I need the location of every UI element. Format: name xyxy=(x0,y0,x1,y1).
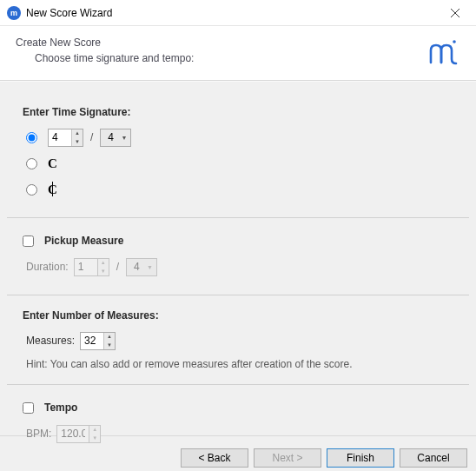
header-subtitle: Choose time signature and tempo: xyxy=(16,52,426,64)
svg-point-2 xyxy=(453,40,456,43)
time-signature-common-row: C xyxy=(26,153,453,174)
app-icon: m xyxy=(7,6,21,20)
spinner-up-icon[interactable]: ▲ xyxy=(104,333,115,342)
pickup-denominator-dropdown: 4 ▼ xyxy=(126,258,157,276)
title-bar: m New Score Wizard xyxy=(0,0,476,26)
tempo-checkbox[interactable] xyxy=(23,402,34,414)
spinner-up-icon: ▲ xyxy=(89,426,100,435)
pickup-measure-label: Pickup Measure xyxy=(44,235,123,247)
measures-panel: Enter Number of Measures: Measures: ▲▼ H… xyxy=(7,295,469,385)
measures-spinner[interactable]: ▲▼ xyxy=(80,332,116,350)
close-icon xyxy=(451,9,459,17)
header-title: Create New Score xyxy=(16,36,426,49)
measures-field-label: Measures: xyxy=(26,335,75,347)
pickup-measure-checkbox[interactable] xyxy=(23,236,34,247)
common-time-icon: C xyxy=(48,156,60,171)
time-signature-numerator-input[interactable] xyxy=(49,129,71,146)
bpm-input xyxy=(57,426,89,442)
next-button[interactable]: Next > xyxy=(254,448,321,468)
dropdown-value: 4 xyxy=(134,261,140,273)
pickup-duration-label: Duration: xyxy=(26,261,69,273)
musescore-logo-icon xyxy=(426,36,460,68)
slash-label: / xyxy=(115,261,121,273)
time-signature-custom-row: ▲▼ / 4 ▼ xyxy=(26,127,453,148)
spinner-down-icon: ▼ xyxy=(89,434,100,442)
window-title: New Score Wizard xyxy=(26,7,436,19)
tempo-label: Tempo xyxy=(44,401,77,414)
time-signature-cut-row: C xyxy=(26,179,453,200)
wizard-header: Create New Score Choose time signature a… xyxy=(0,26,476,81)
spinner-down-icon: ▼ xyxy=(98,267,109,275)
time-signature-denominator-dropdown[interactable]: 4 ▼ xyxy=(100,129,131,147)
measures-hint: Hint: You can also add or remove measure… xyxy=(26,358,453,370)
time-signature-common-radio[interactable] xyxy=(26,158,37,169)
spinner-down-icon[interactable]: ▼ xyxy=(104,341,115,349)
close-button[interactable] xyxy=(436,0,474,26)
pickup-panel: Pickup Measure Duration: ▲▼ / 4 ▼ xyxy=(7,218,469,295)
bpm-label: BPM: xyxy=(26,428,51,440)
dropdown-value: 4 xyxy=(108,131,114,143)
bpm-spinner: ▲▼ xyxy=(56,425,101,443)
measures-input[interactable] xyxy=(81,333,103,349)
spinner-up-icon[interactable]: ▲ xyxy=(72,129,83,138)
spinner-down-icon[interactable]: ▼ xyxy=(72,137,83,146)
time-signature-panel: Enter Time Signature: ▲▼ / 4 ▼ C C xyxy=(7,92,469,218)
back-button[interactable]: < Back xyxy=(181,448,248,468)
time-signature-label: Enter Time Signature: xyxy=(23,106,453,118)
chevron-down-icon: ▼ xyxy=(147,264,153,270)
cancel-button[interactable]: Cancel xyxy=(400,448,467,468)
time-signature-custom-radio[interactable] xyxy=(26,132,37,143)
time-signature-cut-radio[interactable] xyxy=(26,184,37,196)
cut-time-icon: C xyxy=(48,182,60,197)
pickup-numerator-spinner: ▲▼ xyxy=(74,258,109,276)
time-signature-numerator-spinner[interactable]: ▲▼ xyxy=(48,129,83,147)
pickup-numerator-input xyxy=(75,259,97,275)
measures-label: Enter Number of Measures: xyxy=(23,309,453,322)
chevron-down-icon: ▼ xyxy=(121,135,127,141)
spinner-up-icon: ▲ xyxy=(98,259,109,268)
slash-label: / xyxy=(89,131,95,143)
finish-button[interactable]: Finish xyxy=(327,448,394,468)
wizard-content: Enter Time Signature: ▲▼ / 4 ▼ C C Picku… xyxy=(0,81,476,435)
